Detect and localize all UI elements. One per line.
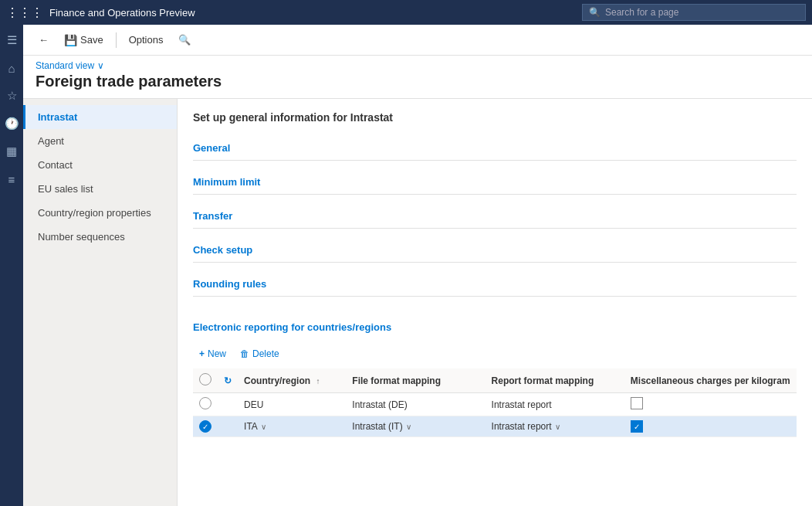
report-dropdown-arrow[interactable]: ∨ bbox=[555, 423, 560, 431]
row-refresh-cell bbox=[218, 393, 238, 416]
col-header-misc[interactable]: Miscellaneous charges per kilogram bbox=[624, 368, 797, 393]
search-box[interactable]: 🔍 bbox=[582, 4, 806, 21]
delete-button[interactable]: 🗑 Delete bbox=[234, 345, 286, 362]
search-icon: 🔍 bbox=[589, 7, 601, 18]
toolbar-divider bbox=[116, 32, 117, 48]
row-radio-cell-ita[interactable] bbox=[193, 416, 218, 437]
section-transfer[interactable]: Transfer bbox=[193, 204, 797, 229]
nav-item-eu-sales-list[interactable]: EU sales list bbox=[23, 177, 177, 201]
hamburger-icon[interactable]: ☰ bbox=[2, 31, 21, 49]
nav-item-intrastat[interactable]: Intrastat bbox=[23, 105, 177, 129]
er-section-title: Electronic reporting for countries/regio… bbox=[193, 315, 797, 339]
toolbar: ← 💾 Save Options 🔍 bbox=[23, 25, 812, 56]
section-minimum-limit[interactable]: Minimum limit bbox=[193, 170, 797, 195]
row-file-ita[interactable]: Intrastat (IT) ∨ bbox=[346, 416, 485, 437]
misc-checkbox-deu[interactable] bbox=[631, 397, 643, 409]
er-toolbar: + New 🗑 Delete bbox=[193, 345, 797, 362]
back-icon: ← bbox=[39, 34, 49, 46]
main-panel: Set up general information for Intrastat… bbox=[178, 99, 812, 506]
app-title: Finance and Operations Preview bbox=[49, 7, 576, 19]
section-rounding-rules[interactable]: Rounding rules bbox=[193, 272, 797, 297]
row-refresh-cell-ita bbox=[218, 416, 238, 437]
country-dropdown-arrow[interactable]: ∨ bbox=[261, 423, 266, 431]
misc-checkbox-ita[interactable] bbox=[631, 420, 643, 433]
search-input[interactable] bbox=[605, 7, 798, 18]
er-section: Electronic reporting for countries/regio… bbox=[193, 315, 797, 437]
row-file-deu[interactable]: Intrastat (DE) bbox=[346, 393, 485, 416]
left-nav: Intrastat Agent Contact EU sales list Co… bbox=[23, 99, 178, 506]
home-icon[interactable]: ⌂ bbox=[2, 59, 21, 77]
col-header-country[interactable]: Country/region ↑ bbox=[238, 368, 330, 393]
er-table: ↻ Country/region ↑ File format mapping R… bbox=[193, 368, 797, 437]
row-radio-deu[interactable] bbox=[199, 397, 211, 409]
col-header-radio bbox=[193, 368, 218, 393]
body-layout: Intrastat Agent Contact EU sales list Co… bbox=[23, 99, 812, 506]
row-country-deu[interactable]: DEU bbox=[238, 393, 330, 416]
toolbar-search-button[interactable]: 🔍 bbox=[172, 31, 197, 49]
section-general[interactable]: General bbox=[193, 136, 797, 161]
save-button[interactable]: 💾 Save bbox=[58, 31, 110, 49]
app-layout: ☰ ⌂ ☆ 🕐 ▦ ≡ ← 💾 Save Options 🔍 bbox=[0, 25, 812, 506]
col-header-arrow bbox=[330, 368, 346, 393]
toolbar-search-icon: 🔍 bbox=[178, 34, 191, 46]
er-table-body: DEU Intrastat (DE) Intrastat report bbox=[193, 393, 797, 437]
page-header: Standard view ∨ Foreign trade parameters bbox=[23, 56, 812, 99]
col-header-file-format[interactable]: File format mapping bbox=[346, 368, 485, 393]
table-row[interactable]: DEU Intrastat (DE) Intrastat report bbox=[193, 393, 797, 416]
col-header-report-format[interactable]: Report format mapping bbox=[486, 368, 624, 393]
refresh-icon[interactable]: ↻ bbox=[224, 375, 232, 386]
nav-item-contact[interactable]: Contact bbox=[23, 153, 177, 177]
row-misc-ita[interactable] bbox=[624, 416, 797, 437]
chevron-down-icon: ∨ bbox=[97, 60, 104, 71]
er-table-header-row: ↻ Country/region ↑ File format mapping R… bbox=[193, 368, 797, 393]
back-button[interactable]: ← bbox=[32, 31, 55, 49]
recent-icon[interactable]: 🕐 bbox=[2, 114, 21, 133]
modules-icon[interactable]: ≡ bbox=[2, 170, 21, 188]
nav-item-agent[interactable]: Agent bbox=[23, 129, 177, 153]
section-check-setup[interactable]: Check setup bbox=[193, 238, 797, 263]
standard-view-selector[interactable]: Standard view ∨ bbox=[36, 60, 800, 71]
er-table-head: ↻ Country/region ↑ File format mapping R… bbox=[193, 368, 797, 393]
row-misc-deu[interactable] bbox=[624, 393, 797, 416]
favorites-icon[interactable]: ☆ bbox=[2, 87, 21, 105]
sort-icon: ↑ bbox=[316, 377, 320, 385]
page-title: Foreign trade parameters bbox=[36, 73, 800, 90]
row-radio-cell[interactable] bbox=[193, 393, 218, 416]
row-country-arrow bbox=[330, 393, 346, 416]
grid-icon[interactable]: ⋮⋮⋮ bbox=[6, 5, 43, 20]
plus-icon: + bbox=[199, 348, 205, 359]
nav-item-country-region-properties[interactable]: Country/region properties bbox=[23, 201, 177, 225]
trash-icon: 🗑 bbox=[240, 348, 249, 359]
row-report-ita[interactable]: Intrastat report ∨ bbox=[486, 416, 624, 437]
table-row[interactable]: ITA ∨ Intrastat (IT) ∨ bbox=[193, 416, 797, 437]
top-bar: ⋮⋮⋮ Finance and Operations Preview 🔍 bbox=[0, 0, 812, 25]
new-button[interactable]: + New bbox=[193, 345, 232, 362]
icon-rail: ☰ ⌂ ☆ 🕐 ▦ ≡ bbox=[0, 25, 23, 506]
panel-subtitle: Set up general information for Intrastat bbox=[193, 111, 797, 124]
row-country-ita[interactable]: ITA ∨ bbox=[238, 416, 330, 437]
content-area: ← 💾 Save Options 🔍 Standard view ∨ Forei… bbox=[23, 25, 812, 506]
save-icon: 💾 bbox=[64, 34, 77, 46]
options-button[interactable]: Options bbox=[123, 31, 170, 49]
header-radio[interactable] bbox=[199, 373, 211, 385]
file-dropdown-arrow[interactable]: ∨ bbox=[406, 423, 411, 431]
row-report-deu[interactable]: Intrastat report bbox=[486, 393, 624, 416]
row-ita-spacer bbox=[330, 416, 346, 437]
row-radio-ita[interactable] bbox=[199, 420, 211, 433]
col-header-refresh: ↻ bbox=[218, 368, 238, 393]
nav-item-number-sequences[interactable]: Number sequences bbox=[23, 225, 177, 249]
workspaces-icon[interactable]: ▦ bbox=[2, 142, 21, 161]
